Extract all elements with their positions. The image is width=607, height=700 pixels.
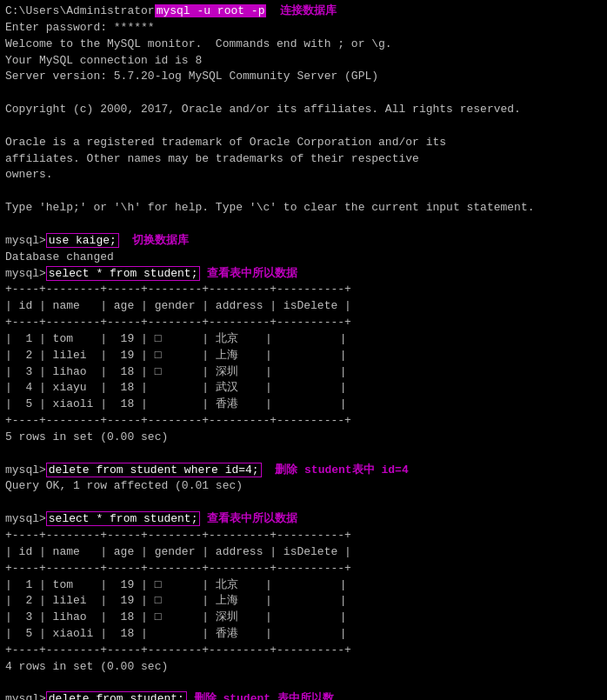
- table1-row-5: | 5 | xiaoli | 18 | | 香港 | |: [5, 397, 602, 413]
- prompt-1: mysql>: [5, 234, 46, 247]
- blank-1: [5, 85, 602, 102]
- password-line: Enter password: ******: [5, 20, 602, 37]
- help-line: Type 'help;' or '\h' for help. Type '\c'…: [5, 200, 602, 217]
- rows2-count: 4 rows in set (0.00 sec): [5, 659, 602, 676]
- table1-row-3: | 3 | lihao | 18 | □ | 深圳 | |: [5, 364, 602, 381]
- select2-cmd: select * from student;: [46, 511, 201, 526]
- select1-label: 查看表中所以数据: [207, 267, 297, 280]
- blank-3: [5, 183, 602, 200]
- delete1-result: Query OK, 1 row affected (0.01 sec): [5, 478, 602, 495]
- delete2-label: 删除 student 表中所以数: [194, 692, 334, 700]
- blank-2: [5, 118, 602, 135]
- blank-6: [5, 495, 602, 511]
- table2-cols: | id | name | age | gender | address | i…: [5, 544, 602, 561]
- table2-header: +----+--------+-----+--------+---------+…: [5, 528, 602, 544]
- table1-header: +----+--------+-----+--------+---------+…: [5, 282, 602, 298]
- prompt-3: mysql>: [5, 463, 46, 477]
- select2-label: 查看表中所以数据: [207, 512, 297, 525]
- delete1-cmd: delete from student where id=4;: [46, 463, 262, 477]
- oracle-1: Oracle is a registered trademark of Orac…: [5, 135, 602, 151]
- terminal: C:\Users\Administratormysql -u root -p 连…: [5, 3, 602, 700]
- table2-row-1: | 1 | tom | 19 | □ | 北京 | |: [5, 577, 602, 594]
- blank-7: [5, 676, 602, 692]
- table2-row-3: | 3 | lihao | 18 | □ | 深圳 | |: [5, 610, 602, 626]
- connect-cmd: mysql -u root -p: [155, 4, 267, 17]
- welcome-1: Welcome to the MySQL monitor. Commands e…: [5, 37, 602, 53]
- use-cmd: use kaige;: [46, 233, 119, 248]
- delete1-line: mysql>delete from student where id=4; 删除…: [5, 463, 602, 479]
- select1-cmd: select * from student;: [46, 266, 201, 281]
- delete1-label: 删除 student表中 id=4: [275, 463, 408, 477]
- select1-line: mysql>select * from student; 查看表中所以数据: [5, 266, 602, 283]
- welcome-3: Server version: 5.7.20-log MySQL Communi…: [5, 69, 602, 85]
- prompt-2: mysql>: [5, 267, 46, 280]
- welcome-2: Your MySQL connection id is 8: [5, 53, 602, 70]
- table1-sep: +----+--------+-----+--------+---------+…: [5, 315, 602, 331]
- table2-row-4: | 5 | xiaoli | 18 | | 香港 | |: [5, 626, 602, 643]
- blank-4: [5, 217, 602, 233]
- prompt-5: mysql>: [5, 692, 46, 700]
- table2-row-2: | 2 | lilei | 19 | □ | 上海 | |: [5, 593, 602, 610]
- table2-footer: +----+--------+-----+--------+---------+…: [5, 643, 602, 659]
- oracle-2: affiliates. Other names may be trademark…: [5, 151, 602, 168]
- copyright-1: Copyright (c) 2000, 2017, Oracle and/or …: [5, 102, 602, 118]
- delete2-cmd: delete from student;: [46, 691, 187, 700]
- path-text: C:\Users\Administrator: [5, 4, 155, 17]
- use-line: mysql>use kaige; 切换数据库: [5, 233, 602, 250]
- table1-footer: +----+--------+-----+--------+---------+…: [5, 413, 602, 430]
- rows1-count: 5 rows in set (0.00 sec): [5, 430, 602, 446]
- table1-row-1: | 1 | tom | 19 | □ | 北京 | |: [5, 331, 602, 348]
- delete2-line: mysql>delete from student; 删除 student 表中…: [5, 691, 602, 700]
- table1-row-4: | 4 | xiayu | 18 | | 武汉 | |: [5, 380, 602, 397]
- table2-sep: +----+--------+-----+--------+---------+…: [5, 561, 602, 577]
- title-line: C:\Users\Administratormysql -u root -p 连…: [5, 3, 602, 20]
- oracle-3: owners.: [5, 167, 602, 183]
- prompt-4: mysql>: [5, 512, 46, 525]
- use-label: 切换数据库: [132, 234, 189, 247]
- select2-line: mysql>select * from student; 查看表中所以数据: [5, 511, 602, 528]
- connect-label: 连接数据库: [280, 4, 337, 17]
- db-changed: Database changed: [5, 250, 602, 266]
- blank-5: [5, 446, 602, 463]
- table1-row-2: | 2 | lilei | 19 | □ | 上海 | |: [5, 348, 602, 364]
- table1-cols: | id | name | age | gender | address | i…: [5, 298, 602, 315]
